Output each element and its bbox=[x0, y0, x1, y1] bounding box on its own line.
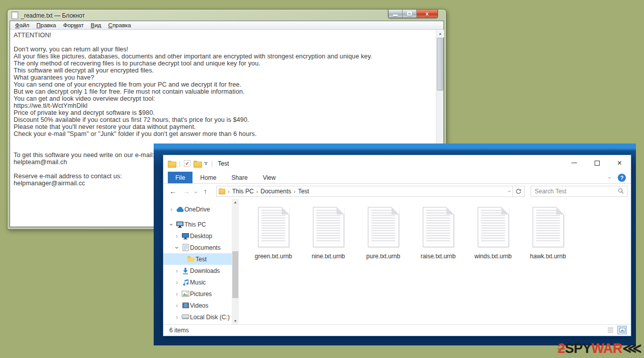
scroll-up-icon[interactable]: ▲ bbox=[436, 30, 444, 37]
help-icon[interactable]: ? bbox=[618, 174, 626, 182]
file-item[interactable]: pure.txt.urnb bbox=[356, 207, 411, 324]
search-input[interactable]: Search Test bbox=[531, 186, 628, 197]
sidebar-item-this-pc[interactable]: ›This PC bbox=[163, 219, 232, 230]
explorer-maximize-button[interactable] bbox=[586, 155, 608, 171]
file-name[interactable]: nine.txt.urnb bbox=[311, 253, 345, 260]
notepad-minimize-button[interactable] bbox=[389, 10, 403, 18]
scroll-up-icon[interactable]: ▲ bbox=[232, 199, 239, 205]
sidebar-item-pictures[interactable]: ›Pictures bbox=[163, 288, 232, 300]
menu-вид[interactable]: Вид bbox=[87, 22, 105, 28]
details-view-button[interactable] bbox=[606, 326, 615, 334]
recent-locations-icon[interactable]: › bbox=[193, 191, 199, 193]
expand-icon[interactable]: › bbox=[173, 291, 181, 298]
collapse-icon[interactable]: › bbox=[167, 221, 175, 228]
search-icon[interactable] bbox=[618, 188, 624, 195]
new-folder-icon[interactable] bbox=[194, 161, 201, 167]
tab-view[interactable]: View bbox=[255, 172, 283, 183]
back-button[interactable]: ← bbox=[169, 187, 176, 195]
notepad-scroll-thumb[interactable] bbox=[437, 38, 443, 91]
expand-icon[interactable]: › bbox=[167, 206, 175, 213]
forward-button[interactable]: → bbox=[183, 187, 190, 195]
breadcrumb-test[interactable]: Test bbox=[298, 188, 309, 195]
list-view-icon bbox=[608, 328, 613, 333]
music-icon bbox=[181, 279, 190, 286]
explorer-app-icon bbox=[168, 161, 175, 167]
document-file-icon[interactable] bbox=[368, 207, 399, 247]
sidebar-item-label: Documents bbox=[190, 244, 221, 251]
qat-customize-icon[interactable]: ▼ bbox=[204, 162, 208, 165]
documents-icon bbox=[181, 244, 190, 251]
icons-view-button[interactable] bbox=[617, 326, 627, 334]
sidebar-item-label: Pictures bbox=[190, 291, 212, 298]
tab-home[interactable]: Home bbox=[192, 172, 224, 183]
file-item[interactable]: hawk.txt.urnb bbox=[521, 207, 575, 324]
sidebar-item-documents[interactable]: ›Documents bbox=[163, 242, 232, 253]
file-item[interactable]: nine.txt.urnb bbox=[301, 207, 356, 324]
explorer-main-area: ›OneDrive›This PC›Desktop›DocumentsTest›… bbox=[163, 199, 631, 324]
file-name[interactable]: hawk.txt.urnb bbox=[530, 253, 566, 260]
explorer-minimize-button[interactable] bbox=[563, 155, 586, 171]
breadcrumb-documents[interactable]: Documents bbox=[261, 188, 291, 195]
chevron-right-icon: › bbox=[176, 314, 178, 320]
menu-правка[interactable]: Правка bbox=[33, 22, 59, 28]
notepad-titlebar[interactable]: _readme.txt — Блокнот x bbox=[8, 10, 446, 21]
sidebar-item-label: Downloads bbox=[190, 267, 220, 274]
watermark-e-icon: ⋘ bbox=[622, 341, 641, 356]
expand-icon[interactable]: › bbox=[173, 267, 181, 274]
breadcrumb-this-pc[interactable]: This PC bbox=[232, 188, 254, 195]
sidebar-item-test[interactable]: Test bbox=[163, 253, 232, 265]
chevron-right-icon: › bbox=[176, 303, 178, 309]
file-name[interactable]: raise.txt.urnb bbox=[421, 253, 456, 260]
pictures-icon bbox=[181, 291, 190, 297]
file-name[interactable]: green.txt.urnb bbox=[254, 253, 292, 260]
sidebar-item-desktop[interactable]: ›Desktop bbox=[163, 230, 232, 242]
sidebar-scroll-thumb[interactable] bbox=[232, 251, 238, 298]
status-bar: 6 items bbox=[163, 324, 631, 336]
chevron-right-icon: › bbox=[176, 268, 178, 274]
sidebar-scrollbar[interactable]: ▲ ▼ bbox=[232, 199, 239, 324]
tab-share[interactable]: Share bbox=[224, 172, 255, 183]
file-item[interactable]: winds.txt.urnb bbox=[466, 207, 521, 324]
sidebar-item-music[interactable]: ›Music bbox=[163, 276, 232, 288]
expand-icon[interactable]: › bbox=[173, 233, 181, 240]
file-item[interactable]: raise.txt.urnb bbox=[411, 207, 466, 324]
file-name[interactable]: winds.txt.urnb bbox=[474, 253, 511, 260]
refresh-button[interactable] bbox=[513, 186, 525, 197]
sidebar-item-local-disk-c[interactable]: ›Local Disk (C:) bbox=[163, 311, 232, 323]
sidebar-item-downloads[interactable]: ›Downloads bbox=[163, 265, 232, 276]
notepad-maximize-button[interactable] bbox=[403, 10, 417, 18]
expand-icon[interactable]: › bbox=[173, 314, 181, 321]
sidebar-item-videos[interactable]: ›Videos bbox=[163, 300, 232, 311]
file-item[interactable]: green.txt.urnb bbox=[246, 207, 301, 324]
sidebar-item-label: This PC bbox=[184, 221, 206, 228]
menu-файл[interactable]: Файл bbox=[12, 22, 33, 28]
file-name[interactable]: pure.txt.urnb bbox=[366, 253, 400, 260]
ribbon-collapse-icon[interactable]: › bbox=[607, 177, 613, 179]
document-file-icon[interactable] bbox=[423, 207, 454, 247]
tab-file[interactable]: File bbox=[168, 172, 192, 183]
address-dropdown-icon[interactable]: › bbox=[506, 190, 512, 192]
document-file-icon[interactable] bbox=[258, 207, 289, 247]
maximize-icon bbox=[595, 161, 600, 166]
properties-icon[interactable]: ✓ bbox=[184, 160, 190, 167]
document-file-icon[interactable] bbox=[478, 207, 509, 247]
expand-icon[interactable]: › bbox=[173, 279, 181, 286]
explorer-window-title: Test bbox=[218, 160, 229, 167]
menu-справка[interactable]: Справка bbox=[105, 22, 135, 28]
document-file-icon[interactable] bbox=[533, 207, 564, 247]
menu-формат[interactable]: Формат bbox=[59, 22, 87, 28]
notepad-title: _readme.txt — Блокнот bbox=[12, 12, 85, 19]
collapse-icon[interactable]: › bbox=[173, 244, 181, 251]
up-button[interactable]: ↑ bbox=[204, 187, 207, 195]
explorer-close-button[interactable]: × bbox=[608, 155, 631, 171]
expand-icon[interactable]: › bbox=[173, 302, 181, 309]
folder-icon bbox=[186, 256, 196, 262]
address-bar[interactable]: ›This PC›Documents›Test› bbox=[216, 186, 513, 197]
notepad-close-button[interactable]: x bbox=[417, 10, 437, 18]
sidebar-item-onedrive[interactable]: ›OneDrive bbox=[163, 203, 232, 215]
close-icon: × bbox=[617, 159, 622, 167]
document-file-icon[interactable] bbox=[313, 207, 344, 247]
explorer-titlebar[interactable]: | ✓ ▼ | Test × bbox=[163, 155, 631, 172]
spyware-watermark: 2SPYWAR⋘ bbox=[558, 340, 641, 356]
scroll-down-icon[interactable]: ▼ bbox=[232, 318, 239, 324]
